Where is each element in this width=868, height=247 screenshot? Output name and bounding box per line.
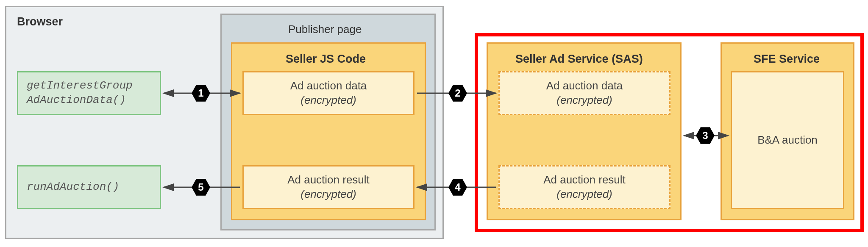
publisher-page-label: Publisher page [288,23,362,36]
seller-js-result-line2: (encrypted) [300,187,356,202]
api-run-ad-auction-label: runAdAuction() [27,180,119,194]
step-2-label: 2 [455,87,460,99]
seller-js-data-line2: (encrypted) [300,93,356,108]
seller-js-result-line1: Ad auction result [287,173,370,187]
step-4-badge: 4 [448,178,467,197]
diagram-canvas: Browser Publisher page Seller JS Code Ad… [0,0,868,247]
seller-js-data-line1: Ad auction data [290,79,367,93]
sas-data-box: Ad auction data (encrypted) [498,71,670,115]
browser-label: Browser [17,15,63,28]
seller-js-data-box: Ad auction data (encrypted) [242,71,415,115]
api-run-ad-auction: runAdAuction() [17,165,161,209]
step-5-label: 5 [198,181,203,193]
sas-title: Seller Ad Service (SAS) [515,53,643,66]
sas-result-box: Ad auction result (encrypted) [498,165,670,209]
step-2-badge: 2 [448,84,467,103]
api-get-interest-group: getInterestGroup AdAuctionData() [17,71,161,115]
seller-js-result-box: Ad auction result (encrypted) [242,165,415,209]
step-4-label: 4 [455,181,460,193]
sas-result-line1: Ad auction result [543,173,626,187]
api-get-interest-group-label: getInterestGroup AdAuctionData() [27,79,133,108]
step-1-label: 1 [198,87,203,99]
sfe-auction-label: B&A auction [757,133,818,147]
sas-data-line1: Ad auction data [546,79,623,93]
sfe-title: SFE Service [754,53,820,66]
sas-data-line2: (encrypted) [556,93,612,108]
sas-result-line2: (encrypted) [556,187,612,202]
sfe-auction-box: B&A auction [731,71,844,209]
seller-js-title: Seller JS Code [286,53,366,66]
step-3-label: 3 [702,130,708,142]
